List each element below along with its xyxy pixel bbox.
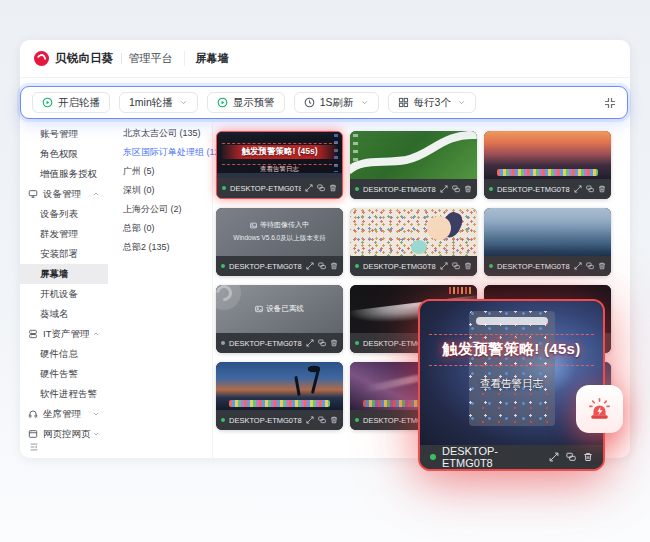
sidebar-item-accounts[interactable]: 账号管理 bbox=[20, 124, 108, 144]
remote-control-icon[interactable] bbox=[586, 185, 594, 193]
device-card-waiting[interactable]: 等待图像传入中 Windows V5.6.0及以上版本支持 DESKTOP-ET… bbox=[216, 208, 343, 276]
image-placeholder-icon bbox=[250, 222, 257, 229]
remote-control-icon[interactable] bbox=[586, 262, 594, 270]
group-item[interactable]: 上海分公司 (2) bbox=[108, 200, 212, 219]
expand-icon[interactable] bbox=[305, 184, 313, 192]
online-status-dot bbox=[355, 341, 359, 345]
remote-control-icon[interactable] bbox=[452, 262, 460, 270]
device-card[interactable]: DESKTOP-ETMG0T8 bbox=[484, 208, 611, 276]
expand-icon[interactable] bbox=[440, 185, 448, 193]
sidebar-item-wake-on-lan[interactable]: 开机设备 bbox=[20, 284, 108, 304]
carousel-interval-select[interactable]: 1min轮播 bbox=[119, 92, 198, 113]
sidebar-nav: 账号管理 角色权限 增值服务授权 设备管理 设备列表 群发管理 安装部署 屏幕墙… bbox=[20, 124, 108, 456]
sidebar-item-broadcast[interactable]: 群发管理 bbox=[20, 224, 108, 244]
group-item[interactable]: 总部 (0) bbox=[108, 219, 212, 238]
chevron-down-icon bbox=[92, 410, 100, 418]
sidebar-item-screen-wall[interactable]: 屏幕墙 bbox=[20, 264, 108, 284]
sidebar-item-device-list[interactable]: 设备列表 bbox=[20, 204, 108, 224]
device-label-bar: DESKTOP-ETMG0T8 bbox=[216, 333, 343, 353]
alert-popup-card[interactable]: 触发预警策略! (45s) 查看告警日志 DESKTOP-ETMG0T8 bbox=[418, 299, 605, 471]
server-icon bbox=[28, 329, 38, 339]
group-label: 上海分公司 (2) bbox=[123, 203, 182, 216]
show-alerts-button[interactable]: 显示预警 bbox=[207, 92, 285, 113]
device-card-offline[interactable]: 设备已离线 DESKTOP-ETMG0T8 bbox=[216, 285, 343, 353]
sidebar-item-value-added-auth[interactable]: 增值服务授权 bbox=[20, 164, 108, 184]
expand-icon[interactable] bbox=[549, 452, 559, 462]
group-item[interactable]: 广州 (5) bbox=[108, 162, 212, 181]
delete-icon[interactable] bbox=[464, 185, 472, 193]
waiting-text: 等待图像传入中 bbox=[260, 220, 309, 230]
expand-icon[interactable] bbox=[440, 262, 448, 270]
sidebar-item-label: 增值服务授权 bbox=[40, 168, 97, 181]
collapse-arrows-icon[interactable] bbox=[604, 97, 616, 109]
sidebar-item-software-alert[interactable]: 软件进程告警 bbox=[20, 384, 108, 404]
start-carousel-button[interactable]: 开启轮播 bbox=[32, 92, 110, 113]
remote-control-icon[interactable] bbox=[317, 184, 325, 192]
delete-icon[interactable] bbox=[330, 262, 338, 270]
sidebar-item-label: 账号管理 bbox=[40, 128, 78, 141]
group-item[interactable]: 北京太吉公司 (135) bbox=[108, 124, 212, 143]
headset-icon bbox=[28, 409, 38, 419]
delete-icon[interactable] bbox=[598, 262, 606, 270]
header-divider bbox=[184, 51, 185, 66]
sidebar-item-deploy[interactable]: 安装部署 bbox=[20, 244, 108, 264]
delete-icon[interactable] bbox=[598, 185, 606, 193]
expand-icon[interactable] bbox=[306, 416, 314, 424]
sidebar-item-hardware-info[interactable]: 硬件信息 bbox=[20, 344, 108, 364]
sidebar-item-web-remote[interactable]: 网页控网页 bbox=[20, 424, 108, 444]
collapse-sidebar-icon[interactable] bbox=[29, 442, 39, 452]
delete-icon[interactable] bbox=[330, 416, 338, 424]
online-status-dot bbox=[355, 418, 359, 422]
group-item-selected[interactable]: 东区国际订单处理组 (12) bbox=[108, 143, 212, 162]
play-circle-icon bbox=[217, 97, 228, 108]
view-alert-log-link[interactable]: 查看告警日志 bbox=[420, 377, 603, 391]
refresh-interval-select[interactable]: 1S刷新 bbox=[294, 92, 379, 113]
button-label: 1min轮播 bbox=[129, 96, 173, 110]
button-label: 1S刷新 bbox=[320, 96, 354, 110]
alert-dashed-line bbox=[429, 334, 594, 335]
remote-control-icon[interactable] bbox=[318, 262, 326, 270]
device-card[interactable]: DESKTOP-ETMG0T8 bbox=[216, 362, 343, 430]
remote-control-icon[interactable] bbox=[318, 416, 326, 424]
sidebar-item-label: 开机设备 bbox=[40, 288, 78, 301]
sidebar-item-seat-management[interactable]: 坐席管理 bbox=[20, 404, 108, 424]
view-alert-log-link[interactable]: 查看告警日志 bbox=[217, 165, 342, 174]
delete-icon[interactable] bbox=[329, 184, 337, 192]
alert-dashed-line bbox=[222, 164, 337, 165]
sidebar-item-label: IT资产管理 bbox=[43, 328, 89, 341]
per-row-select[interactable]: 每行3个 bbox=[388, 92, 476, 113]
chevron-down-icon bbox=[179, 98, 188, 107]
device-card[interactable]: DESKTOP-ETMG0T8 bbox=[350, 208, 477, 276]
delete-icon[interactable] bbox=[583, 452, 593, 462]
sidebar-item-roles[interactable]: 角色权限 bbox=[20, 144, 108, 164]
sidebar-item-device-management[interactable]: 设备管理 bbox=[20, 184, 108, 204]
alert-dashed-line bbox=[429, 365, 594, 366]
device-card[interactable]: DESKTOP-ETMG0T8 bbox=[350, 131, 477, 199]
delete-icon[interactable] bbox=[464, 262, 472, 270]
illustration-detail bbox=[411, 240, 427, 254]
device-label-bar: DESKTOP-ETMG0T8 bbox=[217, 178, 342, 198]
device-screenshot bbox=[350, 208, 477, 256]
device-screenshot: 等待图像传入中 Windows V5.6.0及以上版本支持 bbox=[216, 208, 343, 256]
group-item[interactable]: 总部2 (135) bbox=[108, 238, 212, 257]
sidebar-item-it-assets[interactable]: IT资产管理 bbox=[20, 324, 108, 344]
delete-icon[interactable] bbox=[330, 339, 338, 347]
remote-control-icon[interactable] bbox=[566, 452, 576, 462]
group-item[interactable]: 深圳 (0) bbox=[108, 181, 212, 200]
device-card[interactable]: DESKTOP-ETMG0T8 bbox=[484, 131, 611, 199]
expand-icon[interactable] bbox=[306, 339, 314, 347]
offline-text: 设备已离线 bbox=[266, 304, 304, 314]
group-label: 总部2 (135) bbox=[123, 241, 170, 254]
sidebar-item-label: 网页控网页 bbox=[43, 428, 91, 441]
expand-icon[interactable] bbox=[574, 185, 582, 193]
expand-icon[interactable] bbox=[306, 262, 314, 270]
desktop-icons bbox=[353, 134, 367, 164]
remote-control-icon[interactable] bbox=[318, 339, 326, 347]
sidebar-item-hardware-alert[interactable]: 硬件告警 bbox=[20, 364, 108, 384]
alarm-siren-badge[interactable] bbox=[576, 385, 623, 433]
device-card-alert[interactable]: 触发预警策略! (45s) 查看告警日志 DESKTOP-ETMG0T8 bbox=[216, 131, 343, 199]
remote-control-icon[interactable] bbox=[452, 185, 460, 193]
sidebar-item-kui-domain[interactable]: 葵域名 bbox=[20, 304, 108, 324]
brand-name: 贝锐向日葵 bbox=[55, 51, 114, 66]
expand-icon[interactable] bbox=[574, 262, 582, 270]
